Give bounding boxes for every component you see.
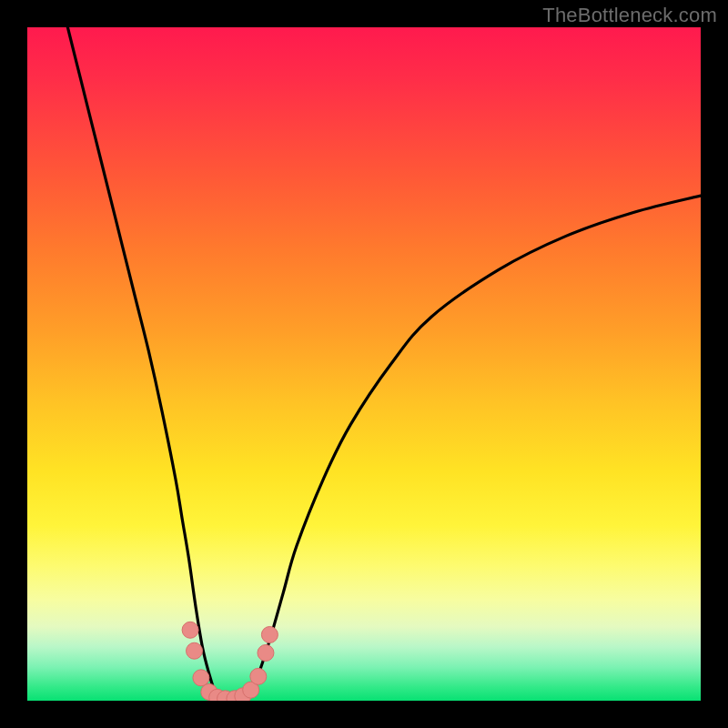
highlight-dots xyxy=(182,622,278,701)
highlight-dot xyxy=(187,642,203,659)
curve-layer xyxy=(27,27,701,701)
plot-area xyxy=(27,27,701,701)
bottleneck-curve xyxy=(67,27,701,701)
highlight-dot xyxy=(182,622,198,638)
highlight-dot xyxy=(258,644,274,661)
watermark-text: TheBottleneck.com xyxy=(542,4,717,27)
chart-frame: TheBottleneck.com xyxy=(0,0,728,728)
highlight-dot xyxy=(193,670,209,686)
highlight-dot xyxy=(261,626,278,642)
highlight-dot xyxy=(250,668,267,684)
